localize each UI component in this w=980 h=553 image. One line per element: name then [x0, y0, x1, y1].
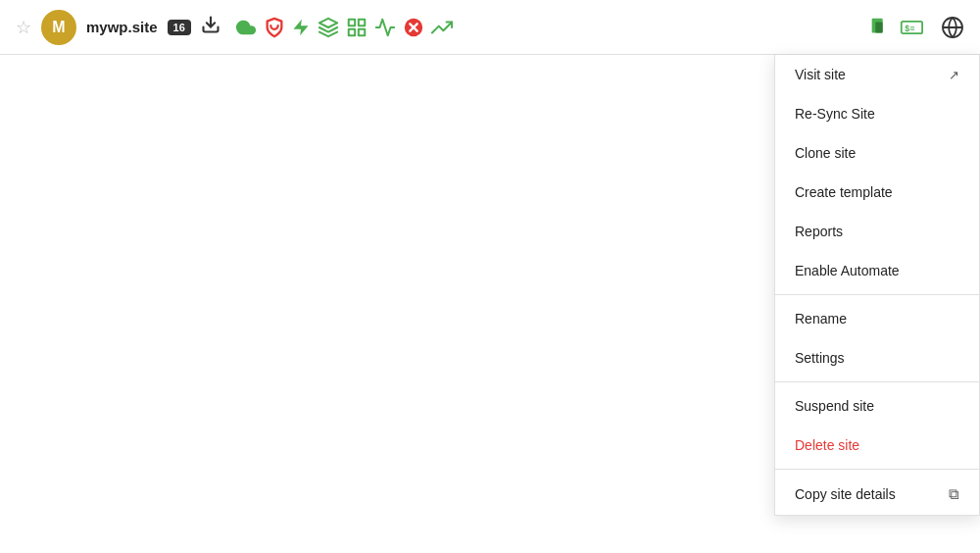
badge-count: 16	[168, 20, 191, 35]
menu-item-clone-site[interactable]: Clone site	[775, 133, 979, 173]
menu-item-label: Visit site	[795, 67, 846, 82]
menu-item-delete-site[interactable]: Delete site	[775, 426, 979, 465]
topbar: ☆ M mywp.site 16	[0, 0, 980, 55]
menu-item-visit-site[interactable]: Visit site↗	[775, 55, 979, 94]
copy-icon: ⧉	[949, 485, 959, 503]
star-icon[interactable]: ☆	[16, 17, 31, 38]
bolt-icon[interactable]	[291, 17, 311, 38]
activity-icon[interactable]	[373, 17, 397, 38]
avatar: M	[41, 10, 76, 45]
menu-item-label: Settings	[795, 350, 845, 366]
menu-item-label: Clone site	[795, 145, 856, 161]
chart-icon[interactable]	[430, 17, 454, 38]
svg-marker-1	[293, 19, 308, 35]
menu-item-enable-automate[interactable]: Enable Automate	[775, 251, 979, 290]
fire-icon[interactable]	[403, 17, 424, 38]
toolbar-icons	[234, 17, 454, 38]
svg-rect-5	[359, 28, 365, 34]
menu-item-label: Create template	[795, 184, 893, 200]
menu-item-label: Re-Sync Site	[795, 106, 875, 122]
menu-item-create-template[interactable]: Create template	[775, 173, 979, 212]
svg-text:$≡: $≡	[905, 24, 914, 33]
menu-item-re-sync-site[interactable]: Re-Sync Site	[775, 94, 979, 133]
main-content: Visit site↗Re-Sync SiteClone siteCreate …	[0, 55, 980, 553]
menu-item-settings[interactable]: Settings	[775, 338, 979, 377]
svg-rect-2	[349, 19, 355, 25]
menu-divider	[775, 294, 979, 295]
site-name: mywp.site	[86, 19, 158, 35]
cloud-icon[interactable]	[234, 17, 258, 38]
menu-divider	[775, 381, 979, 382]
menu-item-label: Copy site details	[795, 486, 896, 502]
menu-item-label: Enable Automate	[795, 263, 900, 278]
green-page-icon[interactable]	[868, 17, 890, 38]
grid-icon[interactable]	[346, 17, 368, 38]
dropdown-menu: Visit site↗Re-Sync SiteClone siteCreate …	[774, 55, 980, 516]
menu-item-label: Reports	[795, 224, 843, 239]
svg-rect-3	[359, 19, 365, 25]
menu-item-suspend-site[interactable]: Suspend site	[775, 386, 979, 426]
download-icon[interactable]	[201, 15, 220, 39]
menu-item-label: Suspend site	[795, 398, 874, 414]
svg-rect-4	[349, 28, 355, 34]
menu-item-label: Delete site	[795, 437, 859, 453]
svg-rect-10	[875, 22, 882, 32]
external-link-icon: ↗	[949, 68, 959, 82]
menu-item-copy-site-details[interactable]: Copy site details⧉	[775, 474, 979, 515]
shield-icon[interactable]	[264, 17, 285, 38]
wordpress-icon[interactable]	[941, 16, 964, 39]
billing-icon[interactable]: $≡	[900, 17, 931, 38]
right-icons: $≡	[868, 16, 964, 39]
menu-divider	[775, 469, 979, 470]
layers-icon[interactable]	[317, 17, 340, 38]
menu-item-label: Rename	[795, 311, 847, 327]
menu-item-reports[interactable]: Reports	[775, 212, 979, 251]
menu-item-rename[interactable]: Rename	[775, 299, 979, 338]
